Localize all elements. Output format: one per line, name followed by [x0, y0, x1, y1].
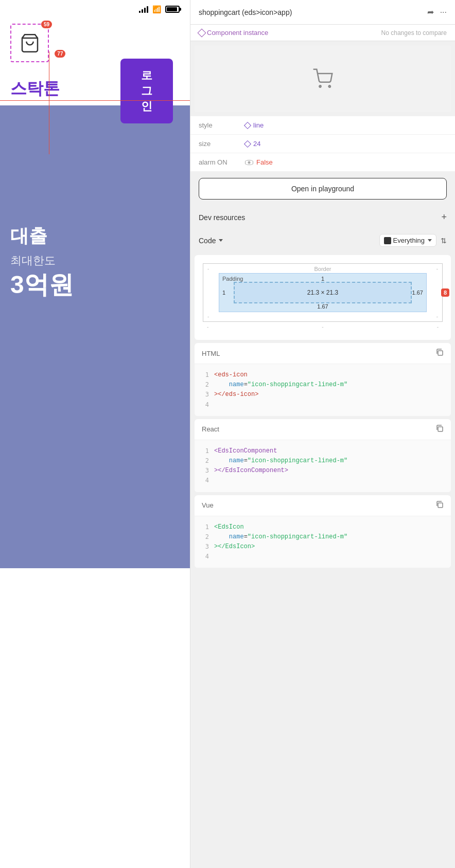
bm-border-top-left: - [207, 266, 209, 272]
loan-subtitle: 최대한도 [10, 253, 180, 268]
vue-code-content: 1 <EdsIcon 2 name="icon-shoppingcart-lin… [195, 516, 451, 568]
wifi-icon: 📶 [152, 5, 161, 13]
padding-right-value: 1.67 [412, 290, 423, 296]
code-line: 2 name="icon-shoppingcart-lined-m" [202, 456, 444, 466]
more-options-icon[interactable]: ··· [440, 8, 447, 17]
alarm-value: False [245, 158, 273, 166]
playground-button[interactable]: Open in playground [199, 178, 447, 200]
bm-bottom-left-dash: - [207, 324, 208, 330]
html-section-header: HTML [195, 343, 451, 364]
right-panel: shoppingcart (eds>icon>app) ➦ ··· Compon… [190, 0, 455, 868]
blue-section: 대출 최대한도 3억원 [0, 105, 190, 568]
style-label: style [199, 121, 245, 129]
svg-rect-1 [438, 351, 443, 355]
box-model-badge: 8 [441, 288, 449, 297]
box-model-container: Border - - - - Padding 1 1.67 1 1.67 21.… [195, 255, 451, 340]
border-label: Border [314, 266, 331, 272]
style-diamond-icon [244, 121, 251, 129]
refresh-icon[interactable]: ➦ [427, 7, 434, 17]
style-property-row: style line [190, 116, 455, 135]
size-label: size [199, 140, 245, 148]
bm-bottom-center-dash: - [322, 324, 323, 330]
bm-border-bot-left: - [207, 314, 209, 319]
signal-bars-icon [139, 6, 148, 13]
panel-header: shoppingcart (eds>icon>app) ➦ ··· [190, 0, 455, 25]
size-property-row: size 24 [190, 135, 455, 153]
padding-bottom-value: 1.67 [317, 303, 328, 310]
html-copy-button[interactable] [435, 348, 444, 358]
vue-copy-button[interactable] [435, 500, 444, 511]
cart-badge: 59 [41, 21, 52, 28]
react-section-header: React [195, 419, 451, 440]
size-value: 24 [245, 140, 260, 148]
react-code-section: React 1 <EdsIconComponent 2 name="icon-s… [195, 419, 451, 492]
login-badge: 77 [55, 50, 65, 58]
login-button[interactable]: 로그인 [120, 59, 173, 123]
preview-cart-icon [312, 68, 333, 89]
component-instance-link[interactable]: Component instance [199, 29, 268, 37]
bm-border-top-right: - [436, 266, 438, 272]
loan-title: 대출 [10, 224, 180, 249]
properties-section: style line size 24 alarm ON False [190, 116, 455, 172]
style-value: line [245, 121, 264, 129]
code-line: 2 name="icon-shoppingcart-lined-m" [202, 532, 444, 542]
dev-resources-section: Dev resources + [190, 206, 455, 229]
bm-bottom-right-dash: - [437, 324, 439, 330]
preview-area [195, 45, 451, 112]
svg-rect-2 [438, 427, 443, 431]
code-toolbar: Code Everything ⇅ [190, 229, 455, 252]
dev-resources-label: Dev resources [199, 213, 245, 222]
svg-rect-3 [438, 503, 443, 508]
react-code-content: 1 <EdsIconComponent 2 name="icon-shoppin… [195, 440, 451, 492]
alarm-label: alarm ON [199, 158, 245, 166]
status-bar: 📶 [0, 0, 190, 19]
cart-area: 59 로그인 77 [0, 19, 190, 67]
add-dev-resource-button[interactable]: + [441, 212, 447, 223]
react-copy-button[interactable] [435, 424, 444, 435]
padding-top-value: 1 [321, 276, 324, 282]
everything-chevron-icon [428, 239, 432, 242]
component-meta-row: Component instance No changes to compare [190, 25, 455, 41]
size-diamond-icon [244, 140, 251, 147]
vertical-guide-line [49, 51, 49, 154]
code-line: 4 [202, 476, 444, 485]
vue-code-section: Vue 1 <EdsIcon 2 name="icon-shoppingcart… [195, 495, 451, 568]
html-code-content: 1 <eds-icon 2 name="icon-shoppingcart-li… [195, 364, 451, 416]
padding-left-value: 1 [222, 290, 225, 296]
code-line: 1 <eds-icon [202, 370, 444, 380]
react-section-title: React [202, 425, 219, 433]
html-section-title: HTML [202, 350, 220, 357]
code-line: 3 ></eds-icon> [202, 390, 444, 400]
everything-dot-icon [384, 237, 391, 244]
eye-icon [245, 160, 253, 165]
padding-label: Padding [222, 276, 243, 282]
code-line: 4 [202, 552, 444, 562]
loan-amount: 3억원 [10, 268, 180, 301]
content-box: 21.3 × 21.3 [234, 282, 412, 303]
horizontal-guide-line [0, 100, 190, 101]
no-changes-label: No changes to compare [381, 29, 447, 37]
panel-title: shoppingcart (eds>icon>app) [199, 8, 292, 16]
code-label[interactable]: Code [199, 237, 223, 245]
bm-border-bot-right: - [436, 314, 438, 319]
left-panel: 📶 59 로그인 77 스탁톤 대 [0, 0, 190, 868]
cart-icon [20, 33, 40, 53]
code-line: 4 [202, 400, 444, 410]
everything-dropdown[interactable]: Everything [379, 234, 436, 247]
filter-icon[interactable]: ⇅ [441, 237, 447, 245]
code-line: 2 name="icon-shoppingcart-lined-m" [202, 380, 444, 390]
code-line: 3 ></EdsIconComponent> [202, 466, 444, 476]
code-chevron-icon [219, 239, 223, 242]
header-icons: ➦ ··· [427, 7, 447, 17]
cart-container: 59 [10, 24, 49, 62]
cart-box: 59 [10, 24, 49, 62]
diamond-icon [198, 28, 206, 37]
code-line: 1 <EdsIconComponent [202, 446, 444, 456]
code-line: 3 ></EdsIcon> [202, 542, 444, 552]
html-code-section: HTML 1 <eds-icon 2 name="icon-shoppingca… [195, 343, 451, 416]
battery-icon [165, 6, 180, 13]
code-line: 1 <EdsIcon [202, 522, 444, 532]
vue-section-title: Vue [202, 501, 214, 509]
vue-section-header: Vue [195, 495, 451, 516]
alarm-property-row: alarm ON False [190, 153, 455, 172]
